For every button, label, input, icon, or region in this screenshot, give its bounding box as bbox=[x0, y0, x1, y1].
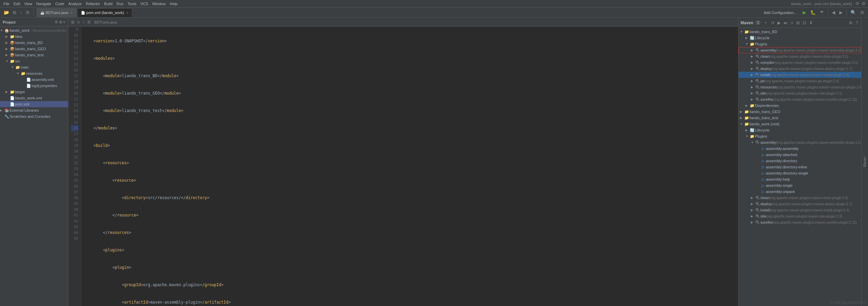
maven-jar-bd[interactable]: ▶ 🔌 jar (org.apache.maven.plugins:maven-… bbox=[739, 78, 861, 84]
maven-liando-work-root[interactable]: ▼ 📁 liando_work (root) bbox=[739, 121, 861, 127]
maven-goal-directory[interactable]: ▷ assembly:directory bbox=[739, 158, 861, 164]
back-button[interactable]: ◀ bbox=[831, 10, 836, 15]
maven-resources-bd[interactable]: ▶ 🔌 resources (org.apache.maven.plugins:… bbox=[739, 84, 861, 90]
tree-item-assembly-xml[interactable]: 📄 assembly.xml bbox=[0, 76, 68, 83]
menu-view[interactable]: View bbox=[22, 1, 35, 6]
project-expand-icon[interactable]: ⊞ bbox=[59, 20, 62, 24]
maven-add-button[interactable]: ＋ bbox=[763, 19, 769, 26]
code-area[interactable]: 9 10 11 12 13 14 15 16 17 18 19 20 21 22… bbox=[68, 27, 738, 306]
maven-assembly-work[interactable]: ▼ 🔌 assembly (org.apache.maven.plugins:m… bbox=[739, 139, 861, 145]
maven-refresh-button[interactable]: ↺ bbox=[770, 20, 775, 26]
maven-lifecycle-work[interactable]: ▶ 🔄 Lifecycle bbox=[739, 127, 861, 133]
maven-arrow-work-root: ▼ bbox=[740, 122, 744, 126]
maven-settings-button[interactable]: ⚙ bbox=[848, 20, 854, 26]
toggle-icon[interactable]: ↕ bbox=[82, 19, 85, 25]
maven-deploy-bd[interactable]: ▶ 🔌 deploy (org.apache.maven.plugins:mav… bbox=[739, 66, 861, 72]
tree-item-log4j[interactable]: 📄 log4j.properties bbox=[0, 83, 68, 89]
tree-item-main[interactable]: ▼ 📁 main bbox=[0, 64, 68, 70]
maven-lifecycle-button[interactable]: ≡ bbox=[790, 20, 794, 26]
maven-goal-directory-single[interactable]: ▷ assembly:directory-single bbox=[739, 170, 861, 176]
tree-item-pom-xml[interactable]: 📄 pom.xml bbox=[0, 101, 68, 107]
project-gear-icon[interactable]: ⚙ bbox=[55, 20, 58, 24]
maven-skip-button[interactable]: ⏭ bbox=[783, 20, 789, 26]
maven-download-button[interactable]: ⬇ bbox=[808, 20, 814, 26]
update-button[interactable]: ⟳ bbox=[855, 1, 860, 6]
coverage-button[interactable]: ☂ bbox=[819, 10, 825, 15]
menu-build[interactable]: Build bbox=[102, 1, 114, 6]
maven-goal-attached[interactable]: ▷ assembly:attached bbox=[739, 152, 861, 158]
menu-code[interactable]: Code bbox=[53, 1, 66, 6]
tree-item-resources[interactable]: ▼ 📁 resources bbox=[0, 70, 68, 76]
forward-button[interactable]: ▶ bbox=[838, 10, 844, 15]
maven-dependencies-bd[interactable]: ▶ 📁 Dependencies bbox=[739, 102, 861, 109]
tree-item-liando-test[interactable]: ▶ 📦 liando_trans_test bbox=[0, 52, 68, 58]
maven-liando-geo[interactable]: ▶ 📁 liando_trans_GEO bbox=[739, 109, 861, 115]
tree-item-liando-work-root[interactable]: ▼ 🏠 liando_work ~/ideaworkspace/liando_w… bbox=[0, 27, 68, 33]
settings-editor-icon[interactable]: ⚙ bbox=[86, 19, 92, 25]
code-content[interactable]: <version>1.0-SNAPSHOT</version> <modules… bbox=[81, 27, 738, 306]
maven-site-bd[interactable]: ▶ 🔌 site (org.apache.maven.plugins:maven… bbox=[739, 90, 861, 96]
maven-install-bd[interactable]: ▶ 🔌 install (org.apache.maven.plugins:ma… bbox=[739, 72, 861, 78]
maven-surefire-work[interactable]: ▶ 🔌 surefire (org.apache.maven.plugins:m… bbox=[739, 219, 861, 225]
maven-install-work[interactable]: ▶ 🔌 install (org.apache.maven.plugins:ma… bbox=[739, 207, 861, 213]
menu-help[interactable]: Help bbox=[168, 1, 180, 6]
maven-vertical-tab[interactable]: Maven bbox=[862, 155, 867, 169]
maven-collapse-button[interactable]: ⊟ bbox=[802, 20, 807, 26]
search-everywhere-button[interactable]: 🔍 bbox=[850, 10, 857, 15]
maven-lifecycle-bd[interactable]: ▶ 🔄 Lifecycle bbox=[739, 35, 861, 41]
recent-files[interactable]: ⊞ bbox=[12, 10, 17, 15]
tree-item-liando-geo[interactable]: ▶ 📦 liando_trans_GEO bbox=[0, 46, 68, 52]
menu-analyze[interactable]: Analyze bbox=[66, 1, 84, 6]
maven-clean-bd[interactable]: ▶ 🔌 clean (org.apache.maven.plugins:mave… bbox=[739, 53, 861, 59]
tree-item-scratches[interactable]: 🔧 Scratches and Consoles bbox=[0, 113, 68, 120]
tree-item-idea[interactable]: ▶ 📁 idea bbox=[0, 33, 68, 40]
maven-goal-single[interactable]: ▷ assembly:single bbox=[739, 182, 861, 189]
maven-expand-button[interactable]: ⊞ bbox=[795, 20, 801, 26]
tab-pom-close[interactable]: × bbox=[126, 11, 128, 15]
menu-vcs[interactable]: VCS bbox=[138, 1, 150, 6]
tab-bdtrans-close[interactable]: × bbox=[71, 11, 73, 15]
tree-item-target[interactable]: ▶ 📁 target bbox=[0, 89, 68, 95]
tree-item-external-libs[interactable]: ▶ 📚 External Libraries bbox=[0, 107, 68, 113]
menu-run[interactable]: Run bbox=[114, 1, 125, 6]
menu-window[interactable]: Window bbox=[150, 1, 168, 6]
debug-button[interactable]: 🐛 bbox=[809, 10, 817, 15]
maven-help-button[interactable]: ? bbox=[855, 20, 859, 26]
tab-bdtrans[interactable]: ☕ BDTrans.java × bbox=[37, 8, 77, 17]
maven-plugins-work[interactable]: ▼ 📁 Plugins bbox=[739, 133, 861, 139]
maven-site-work[interactable]: ▶ 🔌 site (org.apache.maven.plugins:maven… bbox=[739, 213, 861, 219]
maven-assembly-bd[interactable]: ▶ 🔌 assembly (org.apache.maven.plugins:m… bbox=[739, 47, 861, 53]
maven-compiler-bd[interactable]: ▶ 🔌 compiler (org.apache.maven.plugins:m… bbox=[739, 59, 861, 66]
tree-item-src[interactable]: ▼ 📁 src bbox=[0, 58, 68, 64]
menu-tools[interactable]: Tools bbox=[125, 1, 138, 6]
tree-item-liando-work-xml[interactable]: 📄 liando_work.xml bbox=[0, 95, 68, 101]
project-settings-icon[interactable]: ≡ bbox=[63, 20, 65, 24]
maven-goal-help[interactable]: ▷ assembly:help bbox=[739, 176, 861, 182]
maven-goal-unpack[interactable]: ▷ assembly:unpack bbox=[739, 189, 861, 195]
menu-edit[interactable]: Edit bbox=[12, 1, 22, 6]
settings-button[interactable]: ⚙ bbox=[860, 1, 867, 6]
menu-navigate[interactable]: Navigate bbox=[34, 1, 53, 6]
settings-gear[interactable]: ⚙ bbox=[25, 10, 31, 15]
menu-file[interactable]: File bbox=[1, 1, 12, 6]
tree-item-liando-bd[interactable]: ▶ 📦 liando_trans_BD bbox=[0, 40, 68, 46]
maven-clean-work[interactable]: ▶ 🔌 clean (org.apache.maven.plugins:mave… bbox=[739, 195, 861, 201]
maven-plugins-bd[interactable]: ▼ 📁 Plugins bbox=[739, 41, 861, 47]
project-header-icons: ⚙ ⊞ ≡ bbox=[55, 20, 65, 24]
maven-goal-directory-inline[interactable]: ▷ assembly:directory-inline bbox=[739, 164, 861, 170]
run-button[interactable]: ▶ bbox=[802, 10, 807, 15]
tab-pom[interactable]: 📄 pom.xml (liando_work) × bbox=[77, 8, 133, 17]
add-configuration-button[interactable]: Add Configuration... bbox=[761, 10, 800, 15]
sync-icon[interactable]: ↕ bbox=[19, 10, 23, 15]
maven-goal-assembly[interactable]: ▷ assembly:assembly bbox=[739, 145, 861, 152]
structure-icon[interactable]: ⊞ bbox=[70, 19, 75, 25]
maven-deploy-work[interactable]: ▶ 🔌 deploy (org.apache.maven.plugins:mav… bbox=[739, 201, 861, 207]
menu-refactor[interactable]: Refactor bbox=[84, 1, 102, 6]
maven-goal-icon-single: ▷ bbox=[760, 183, 766, 188]
settings-main-button[interactable]: ⚙ bbox=[859, 10, 865, 15]
maven-run-button[interactable]: ▶ bbox=[776, 20, 782, 26]
maven-surefire-bd[interactable]: ▶ 🔌 surefire (org.apache.maven.plugins:m… bbox=[739, 96, 861, 102]
maven-liando-bd[interactable]: ▼ 📁 liando_trans_BD bbox=[739, 29, 861, 35]
file-tree-toggle[interactable]: 📂 bbox=[3, 10, 10, 15]
maven-liando-test[interactable]: ▶ 📁 liando_trans_test bbox=[739, 115, 861, 121]
